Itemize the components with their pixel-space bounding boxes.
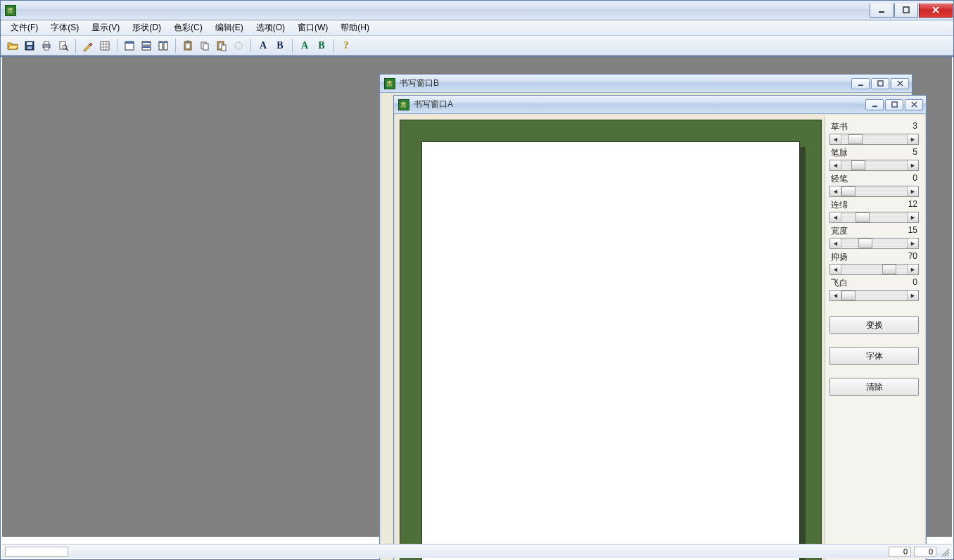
- scroll-thumb[interactable]: [858, 238, 872, 248]
- glyph-a1-button[interactable]: A: [255, 38, 271, 53]
- scroll-track[interactable]: [841, 238, 907, 248]
- scroll-right-arrow-icon[interactable]: ►: [907, 160, 918, 170]
- close-button[interactable]: [919, 4, 953, 18]
- slider-value: 15: [908, 225, 917, 237]
- paste-button[interactable]: [214, 38, 229, 53]
- scroll-thumb[interactable]: [882, 265, 896, 274]
- layout-vert-button[interactable]: [155, 38, 171, 53]
- scroll-track[interactable]: [841, 212, 907, 222]
- child-b-maximize-button[interactable]: [871, 78, 889, 89]
- scroll-thumb[interactable]: [848, 134, 863, 144]
- menu-help[interactable]: 帮助(H): [335, 20, 375, 35]
- menu-shape[interactable]: 形状(D): [127, 20, 167, 35]
- svg-rect-42: [891, 102, 896, 107]
- scroll-left-arrow-icon[interactable]: ◄: [830, 291, 841, 300]
- scroll-left-arrow-icon[interactable]: ◄: [830, 265, 841, 274]
- scroll-thumb[interactable]: [841, 291, 856, 300]
- svg-rect-30: [186, 41, 189, 43]
- slider-scrollbar[interactable]: ◄►: [829, 290, 919, 301]
- slider-scrollbar[interactable]: ◄►: [829, 238, 919, 249]
- menu-font[interactable]: 字体(S): [45, 20, 84, 35]
- glyph-b2-button[interactable]: B: [314, 38, 329, 53]
- slider-scrollbar[interactable]: ◄►: [829, 186, 919, 197]
- child-a-titlebar[interactable]: 书写窗口A: [394, 96, 926, 114]
- scroll-thumb[interactable]: [841, 186, 856, 196]
- status-well: [5, 547, 68, 556]
- menu-view[interactable]: 显示(V): [86, 20, 125, 35]
- scroll-thumb[interactable]: [851, 160, 865, 170]
- scroll-left-arrow-icon[interactable]: ◄: [830, 238, 841, 248]
- child-b-minimize-button[interactable]: [851, 78, 870, 89]
- scroll-track[interactable]: [841, 134, 907, 144]
- slider-scrollbar[interactable]: ◄►: [829, 212, 919, 223]
- layout-horiz-button[interactable]: [139, 38, 154, 53]
- question-icon: ?: [344, 40, 349, 51]
- slider-scrollbar[interactable]: ◄►: [829, 134, 919, 145]
- pencil-button[interactable]: [80, 38, 96, 53]
- scroll-left-arrow-icon[interactable]: ◄: [830, 160, 841, 170]
- menu-file[interactable]: 文件(F): [5, 20, 44, 35]
- clear-button[interactable]: 清除: [829, 378, 919, 396]
- resize-grip-icon[interactable]: [939, 547, 949, 556]
- minimize-button[interactable]: [870, 4, 893, 18]
- glyph-b1-button[interactable]: B: [272, 38, 288, 53]
- svg-rect-27: [164, 42, 167, 43]
- close-icon: [911, 101, 917, 108]
- glyph-a2-button[interactable]: A: [297, 38, 312, 53]
- maximize-button[interactable]: [894, 4, 918, 18]
- scroll-right-arrow-icon[interactable]: ►: [907, 265, 918, 274]
- scroll-track[interactable]: [841, 291, 907, 300]
- scroll-right-arrow-icon[interactable]: ►: [907, 212, 918, 222]
- scroll-thumb[interactable]: [856, 212, 870, 222]
- action-button[interactable]: [231, 38, 246, 53]
- minimize-icon: [858, 80, 864, 87]
- open-folder-icon: [7, 40, 18, 51]
- save-button[interactable]: [22, 38, 37, 53]
- slider-scrollbar[interactable]: ◄►: [829, 264, 919, 275]
- printer-icon: [41, 40, 52, 51]
- scroll-left-arrow-icon[interactable]: ◄: [830, 212, 841, 222]
- transform-button[interactable]: 变换: [829, 316, 919, 334]
- scroll-left-arrow-icon[interactable]: ◄: [830, 134, 841, 144]
- writing-canvas-frame: [400, 120, 822, 560]
- child-b-close-button[interactable]: [891, 78, 909, 89]
- scroll-track[interactable]: [841, 160, 907, 170]
- letter-a-icon: A: [260, 40, 267, 51]
- menu-color[interactable]: 色彩(C): [168, 20, 208, 35]
- scroll-left-arrow-icon[interactable]: ◄: [830, 186, 841, 196]
- slider-scrollbar[interactable]: ◄►: [829, 160, 919, 171]
- clipboard-button[interactable]: [180, 38, 196, 53]
- grid-button[interactable]: [97, 38, 113, 53]
- mdi-client-area: 书写窗口B 书写窗口A: [2, 57, 952, 537]
- child-a-minimize-button[interactable]: [865, 99, 884, 110]
- preview-button[interactable]: [56, 38, 71, 53]
- scroll-right-arrow-icon[interactable]: ►: [907, 186, 918, 196]
- menu-option[interactable]: 选项(O): [250, 20, 291, 35]
- svg-rect-25: [159, 42, 163, 43]
- slider-label: 抑扬: [831, 251, 848, 263]
- child-b-titlebar[interactable]: 书写窗口B: [380, 75, 912, 93]
- copy-button[interactable]: [197, 38, 212, 53]
- status-counter-b: 0: [914, 547, 936, 556]
- layout-single-button[interactable]: [122, 38, 137, 53]
- scroll-track[interactable]: [841, 265, 907, 274]
- close-icon: [932, 6, 939, 13]
- scroll-track[interactable]: [841, 186, 907, 196]
- child-a-close-button[interactable]: [905, 99, 923, 110]
- open-button[interactable]: [5, 38, 20, 53]
- help-button[interactable]: ?: [338, 38, 354, 53]
- scroll-right-arrow-icon[interactable]: ►: [907, 238, 918, 248]
- scroll-right-arrow-icon[interactable]: ►: [907, 134, 918, 144]
- toolbar-separator: [175, 39, 176, 53]
- menu-window[interactable]: 窗口(W): [292, 20, 333, 35]
- child-a-maximize-button[interactable]: [885, 99, 903, 110]
- svg-line-12: [66, 49, 68, 51]
- svg-rect-8: [44, 42, 49, 44]
- child-window-a[interactable]: 书写窗口A 草书3◄►笔脉5◄►轻笔0◄►连绵12◄►宽度15◄►抑扬70◄►飞…: [393, 95, 927, 560]
- font-button[interactable]: 字体: [829, 347, 919, 365]
- menu-edit[interactable]: 编辑(E): [210, 20, 249, 35]
- print-button[interactable]: [39, 38, 54, 53]
- child-a-body: 草书3◄►笔脉5◄►轻笔0◄►连绵12◄►宽度15◄►抑扬70◄►飞白0◄► 变…: [395, 115, 924, 560]
- scroll-right-arrow-icon[interactable]: ►: [907, 291, 918, 300]
- writing-canvas[interactable]: [421, 141, 800, 560]
